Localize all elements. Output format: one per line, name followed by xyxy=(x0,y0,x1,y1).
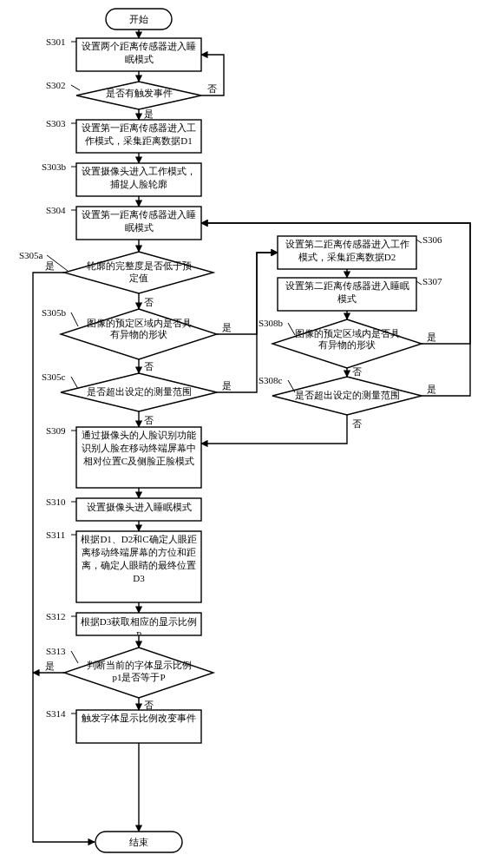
node-s314: 触发字体显示比例改变事件 xyxy=(76,710,201,743)
svg-text:S303b: S303b xyxy=(42,161,67,172)
svg-line-68 xyxy=(416,240,422,243)
svg-text:S313: S313 xyxy=(46,646,66,656)
node-s305c: 是否超出设定的测量范围 xyxy=(61,373,217,411)
node-s313: 判断当前的字体显示比例p1是否等于P xyxy=(64,648,213,698)
node-s301: 设置两个距离传感器进入睡眠模式 xyxy=(76,38,201,71)
svg-line-60 xyxy=(71,312,78,326)
svg-text:否: 否 xyxy=(144,700,154,710)
terminator-end: 结束 xyxy=(95,832,182,852)
svg-text:S304: S304 xyxy=(46,205,66,215)
node-s303b: 设置摄像头进入工作模式，捕捉人脸轮廓 xyxy=(76,163,201,196)
svg-text:S310: S310 xyxy=(46,496,66,507)
node-s308b: 图像的预定区域内是否具有异物的形状 xyxy=(272,319,422,368)
svg-text:S302: S302 xyxy=(46,80,66,90)
svg-text:否: 否 xyxy=(352,366,362,377)
svg-text:S303: S303 xyxy=(46,118,66,128)
node-s304: 设置第一距离传感器进入睡眠模式 xyxy=(76,207,201,240)
svg-text:S311: S311 xyxy=(46,529,65,540)
svg-text:是: 是 xyxy=(222,380,232,391)
svg-text:S314: S314 xyxy=(46,708,66,719)
svg-text:否: 否 xyxy=(144,297,154,307)
node-s310: 设置摄像头进入睡眠模式 xyxy=(76,498,201,521)
svg-text:否: 否 xyxy=(144,361,154,372)
node-s303: 设置第一距离传感器进入工作模式，采集距离数据D1 xyxy=(76,120,201,153)
svg-text:S301: S301 xyxy=(46,36,66,47)
svg-text:是: 是 xyxy=(144,108,154,119)
svg-text:是: 是 xyxy=(45,260,55,271)
svg-text:S309: S309 xyxy=(46,425,66,436)
svg-text:开始: 开始 xyxy=(129,14,148,24)
node-s309: 通过摄像头的人脸识别功能识别人脸在移动终端屏幕中相对位置C及侧脸正脸模式 xyxy=(76,427,201,488)
svg-text:S308c: S308c xyxy=(259,375,283,385)
svg-text:是: 是 xyxy=(427,332,436,342)
node-s305a: 轮廓的完整度是否低于预定值 xyxy=(64,252,213,293)
svg-line-69 xyxy=(416,281,422,285)
svg-text:S305a: S305a xyxy=(19,250,43,260)
svg-text:是: 是 xyxy=(427,384,436,394)
flowchart: 否 是 是 否 是 否 是 否 是 否 是 否 是 否 S301 S302 S3… xyxy=(0,0,491,868)
svg-text:否: 否 xyxy=(144,415,154,425)
svg-text:S312: S312 xyxy=(46,611,66,621)
node-s302: 是否有触发事件 xyxy=(76,82,201,109)
terminator-start: 开始 xyxy=(106,9,172,30)
svg-text:S307: S307 xyxy=(422,276,442,286)
node-s312: 根据D3获取相应的显示比例P xyxy=(76,613,201,635)
svg-text:S305b: S305b xyxy=(42,307,67,318)
node-s307: 设置第二距离传感器进入睡眠模式 xyxy=(278,278,416,311)
svg-line-55 xyxy=(71,85,80,90)
svg-text:S306: S306 xyxy=(422,234,442,245)
node-s305b: 图像的预定区域内是否具有异物的形状 xyxy=(61,309,217,359)
svg-text:否: 否 xyxy=(207,83,217,94)
svg-line-61 xyxy=(71,377,78,389)
node-s308c: 是否超出设定的测量范围 xyxy=(272,377,422,415)
node-s311: 根据D1、D2和C确定人眼距离移动终端屏幕的方位和距离，确定人眼睛的最终位置D3 xyxy=(76,531,201,602)
svg-text:否: 否 xyxy=(352,418,362,429)
svg-line-66 xyxy=(71,651,78,663)
svg-text:是: 是 xyxy=(222,322,232,332)
node-s306: 设置第二距离传感器进入工作模式，采集距离数据D2 xyxy=(278,236,416,269)
svg-text:是: 是 xyxy=(45,661,55,671)
svg-text:S305c: S305c xyxy=(42,372,66,382)
svg-text:S308b: S308b xyxy=(259,318,284,328)
svg-text:结束: 结束 xyxy=(129,837,148,847)
